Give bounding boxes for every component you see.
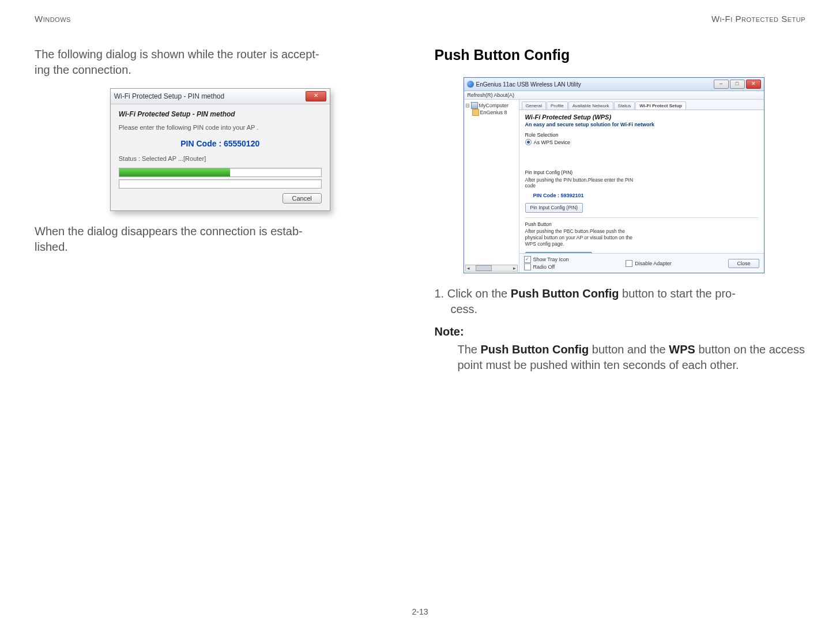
close-icon[interactable]: ✕ (746, 80, 761, 89)
wps-subtitle: An easy and secure setup solution for Wi… (525, 122, 758, 127)
show-tray-label: Show Tray Icon (533, 257, 569, 262)
menu-bar[interactable]: Refresh(R) About(A) (464, 91, 764, 100)
note-body: The Push Button Config button and the WP… (458, 342, 806, 373)
pin-section-title: Pin Input Config (PIN) (525, 170, 635, 176)
tab-general[interactable]: General (522, 101, 546, 110)
minimize-icon[interactable]: – (714, 80, 729, 89)
radio-off-checkbox[interactable] (524, 263, 531, 270)
pin-dialog-instruction: Please enter the following PIN code into… (119, 124, 322, 131)
pin-config-button[interactable]: Pin Input Config (PIN) (525, 203, 583, 213)
pin-code-label: PIN Code : 65550120 (119, 139, 322, 148)
step-1: 1. Click on the Push Button Config butto… (435, 286, 806, 317)
app-icon (467, 81, 474, 88)
role-label: Role Selection (525, 132, 758, 138)
tab-available-network[interactable]: Available Network (568, 101, 613, 110)
tab-status[interactable]: Status (614, 101, 635, 110)
progress-track (119, 179, 322, 189)
pbc-section-text: After pushing the PBC button.Please push… (525, 228, 635, 247)
pin-dialog-subtitle: Wi-Fi Protected Setup - PIN method (119, 110, 322, 118)
radio-wps-device[interactable] (525, 139, 532, 145)
window-title: EnGenius 11ac USB Wireless LAN Utility (476, 81, 581, 88)
radio-off-label: Radio Off (533, 264, 555, 270)
tree-pane[interactable]: ⊟ MyComputer EnGenius 8 ◂ (464, 100, 519, 273)
intro-text: The following dialog is shown while the … (35, 47, 406, 78)
radio-wps-device-label: As WPS Device (534, 140, 571, 145)
utility-window-figure: EnGenius 11ac USB Wireless LAN Utility –… (435, 77, 806, 273)
cancel-button[interactable]: Cancel (282, 193, 322, 204)
pin-dialog-figure: Wi-Fi Protected Setup - PIN method ✕ Wi-… (35, 88, 406, 211)
disable-adapter-label: Disable Adapter (635, 261, 672, 266)
pin-dialog-title: Wi-Fi Protected Setup - PIN method (114, 92, 224, 100)
pin-code-small: PIN Code : 59392101 (525, 193, 635, 199)
tree-root[interactable]: MyComputer (479, 103, 509, 108)
computer-icon (471, 102, 478, 109)
page-number: 2-13 (0, 607, 840, 616)
close-button[interactable]: Close (728, 259, 759, 268)
note-label: Note: (435, 325, 806, 338)
pin-section-text: After pushing the PIN button.Please ente… (525, 177, 635, 189)
show-tray-checkbox[interactable] (524, 256, 531, 263)
section-heading: Push Button Config (435, 47, 806, 63)
pin-status: Status : Selected AP ...[Router] (119, 155, 322, 162)
close-icon[interactable]: ✕ (306, 91, 326, 101)
header-left: Windows (35, 14, 71, 24)
tree-child[interactable]: EnGenius 8 (480, 110, 507, 115)
disable-adapter-checkbox[interactable] (626, 260, 632, 267)
tree-scrollbar[interactable]: ◂ ▸ (465, 265, 518, 272)
tab-bar: General Profile Available Network Status… (519, 100, 764, 110)
maximize-icon[interactable]: □ (730, 80, 745, 89)
progress-bar (119, 168, 322, 177)
adapter-icon (472, 109, 479, 116)
wps-title: Wi-Fi Protected Setup (WPS) (525, 114, 758, 120)
tab-profile[interactable]: Profile (547, 101, 568, 110)
header-right: Wi-Fi Protected Setup (711, 14, 805, 24)
pbc-section-title: Push Button (525, 221, 635, 228)
after-text: When the dialog disappears the connectio… (35, 224, 406, 255)
tab-wps[interactable]: Wi-Fi Protect Setup (635, 101, 686, 110)
